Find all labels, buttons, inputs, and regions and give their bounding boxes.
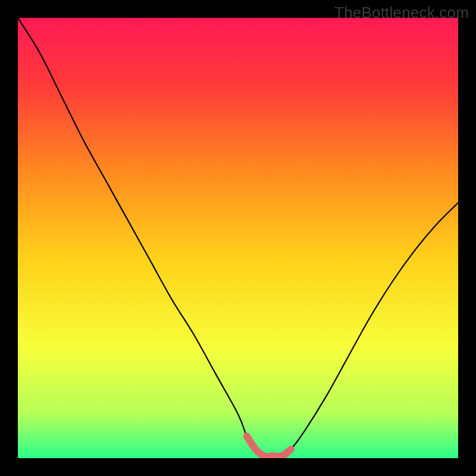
app-frame: TheBottleneck.com <box>0 0 476 476</box>
chart-svg <box>18 18 458 458</box>
bottleneck-chart <box>18 18 458 458</box>
chart-background <box>18 18 458 458</box>
watermark-text: TheBottleneck.com <box>334 4 469 22</box>
